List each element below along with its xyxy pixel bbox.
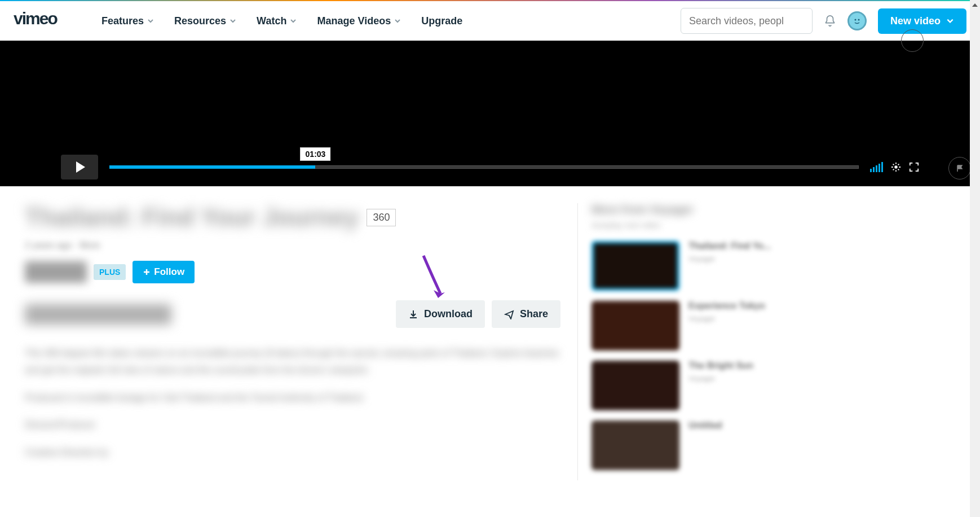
sidebar-title: More from Voyager [591,203,814,216]
related-item[interactable]: Thailand: Find Yo...Voyager [591,241,814,291]
scrollbar[interactable] [970,0,980,497]
chevron-down-icon [290,17,297,24]
search-input[interactable] [689,15,820,27]
follow-button[interactable]: Follow [133,261,195,283]
share-icon [504,309,514,319]
download-button[interactable]: Download [396,300,485,328]
related-thumbnail [591,301,679,350]
badge-360: 360 [367,209,396,226]
plus-icon [143,268,151,276]
related-item[interactable]: Untitled [591,420,814,470]
video-meta: 2 years ago · More [25,240,560,251]
sidebar-subtitle: Autoplay next video [591,221,814,230]
chevron-down-icon [147,17,154,24]
play-icon [76,161,85,173]
video-title: Thailand: Find Your Journey [25,203,359,231]
search-box[interactable] [681,8,813,34]
player-top-circle [901,29,924,52]
user-avatar[interactable] [847,11,867,30]
plus-badge: PLUS [94,264,126,280]
play-button[interactable] [61,155,98,179]
new-video-button[interactable]: New video [878,8,966,34]
header: vimeo Features Resources Watch Manage Vi… [0,1,980,41]
chevron-down-icon [229,17,236,24]
chevron-down-icon [394,17,401,24]
flag-button[interactable] [948,157,971,179]
main-nav: Features Resources Watch Manage Videos U… [101,15,462,27]
progress-bar[interactable]: 01:03 [109,163,859,171]
time-tooltip: 01:03 [301,147,331,161]
svg-point-3 [854,19,856,21]
author-name[interactable] [25,261,87,283]
video-description: This 360-degree film takes viewers on an… [25,345,560,461]
nav-features[interactable]: Features [101,15,154,27]
related-item[interactable]: The Bright SunVoyager [591,361,814,410]
sidebar: More from Voyager Autoplay next video Th… [577,203,814,480]
related-thumbnail [591,361,679,410]
related-item[interactable]: Experience TokyoVoyager [591,301,814,350]
scroll-up-icon[interactable] [970,0,980,10]
vimeo-logo[interactable]: vimeo [14,8,81,33]
related-thumbnail [591,420,679,470]
nav-watch[interactable]: Watch [257,15,297,27]
volume-bars[interactable] [870,162,883,172]
svg-point-5 [894,165,897,168]
svg-text:vimeo: vimeo [14,9,58,28]
download-icon [408,309,418,319]
chevron-down-icon [946,17,954,25]
share-button[interactable]: Share [492,300,560,328]
fullscreen-icon[interactable] [909,162,919,172]
engagement-actions[interactable] [25,304,171,325]
nav-upgrade[interactable]: Upgrade [421,15,462,27]
nav-manage-videos[interactable]: Manage Videos [317,15,401,27]
svg-point-4 [858,19,859,21]
flag-icon [956,164,964,172]
avatar-face-icon [851,15,863,27]
nav-resources[interactable]: Resources [174,15,236,27]
video-player[interactable]: 01:03 [0,41,980,186]
related-thumbnail [591,241,679,291]
main-content: Thailand: Find Your Journey 360 2 years … [25,203,560,480]
notifications-icon[interactable] [824,15,836,27]
settings-icon[interactable] [891,162,901,172]
